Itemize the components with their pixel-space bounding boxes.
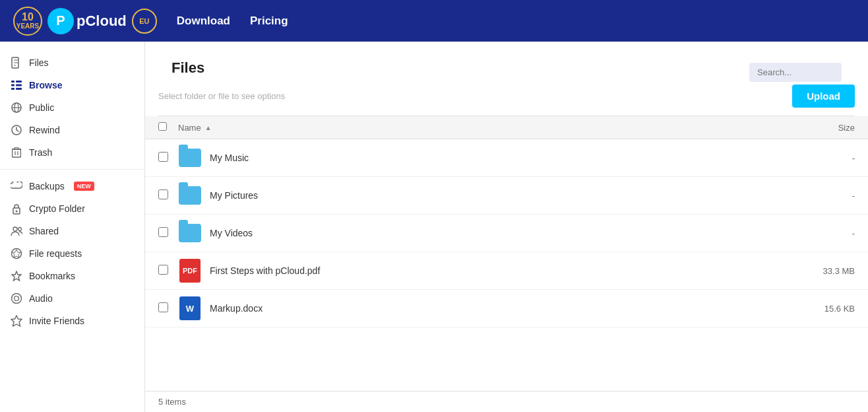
items-count: 5 items: [158, 397, 186, 407]
crypto-folder-icon: [11, 203, 22, 215]
folder-icon-my-videos: [178, 221, 202, 245]
search-container: [749, 63, 842, 82]
sidebar-label-public: Public: [29, 102, 54, 113]
sidebar: Files Browse Public Rewind Trash: [0, 42, 145, 412]
content-top: Files: [158, 52, 855, 85]
eu-badge: EU: [132, 9, 157, 34]
search-input[interactable]: [749, 63, 842, 82]
table-header: Name ▲ Size: [145, 116, 868, 139]
row-checkbox-cell: [158, 189, 178, 202]
shared-icon: [11, 225, 22, 237]
file-size-pdf: 33.3 MB: [776, 266, 855, 276]
svg-rect-2: [16, 81, 22, 83]
pdf-icon-container: PDF: [178, 259, 202, 283]
header-nav: Download Pricing: [177, 15, 288, 28]
file-size-my-music: -: [776, 153, 855, 163]
sidebar-label-shared: Shared: [29, 226, 59, 236]
row-checkbox-cell: [158, 152, 178, 164]
row-checkbox[interactable]: [158, 227, 168, 237]
pcloud-logo: P pCloud: [47, 8, 127, 34]
svg-point-18: [13, 227, 17, 231]
table-row[interactable]: My Videos -: [145, 215, 868, 252]
sidebar-item-invite-friends[interactable]: Invite Friends: [0, 310, 144, 332]
nav-pricing[interactable]: Pricing: [250, 15, 288, 28]
file-name-my-videos: My Videos: [210, 228, 776, 238]
audio-icon: [11, 292, 22, 304]
table-row[interactable]: W Markup.docx 15.6 KB: [145, 290, 868, 327]
toolbar-hint: Select folder or file to see options: [158, 91, 285, 101]
file-name-my-music: My Music: [210, 153, 776, 163]
file-size-my-videos: -: [776, 228, 855, 238]
svg-marker-25: [11, 316, 22, 326]
sidebar-label-file-requests: File requests: [29, 248, 82, 259]
row-checkbox[interactable]: [158, 152, 168, 162]
sidebar-label-invite-friends: Invite Friends: [29, 316, 84, 326]
file-name-my-pictures: My Pictures: [210, 190, 776, 201]
sidebar-item-public[interactable]: Public: [0, 96, 144, 119]
col-header-name: Name ▲: [178, 123, 776, 133]
trash-icon: [11, 147, 22, 158]
sidebar-item-files[interactable]: Files: [0, 52, 144, 74]
new-badge: NEW: [74, 182, 94, 191]
sidebar-item-shared[interactable]: Shared: [0, 220, 144, 242]
svg-rect-13: [15, 148, 18, 150]
folder-icon-my-pictures: [178, 184, 202, 207]
table-row[interactable]: My Music -: [145, 139, 868, 177]
svg-rect-4: [16, 85, 22, 86]
sidebar-label-backups: Backups: [29, 181, 65, 191]
row-checkbox-cell: [158, 302, 178, 315]
col-header-size: Size: [776, 123, 855, 133]
sidebar-label-browse: Browse: [29, 80, 63, 90]
docx-icon-container: W: [178, 296, 202, 320]
files-icon: [11, 57, 22, 69]
sidebar-item-crypto-folder[interactable]: Crypto Folder: [0, 197, 144, 220]
upload-button[interactable]: Upload: [792, 85, 855, 108]
file-size-docx: 15.6 KB: [776, 304, 855, 314]
file-size-my-pictures: -: [776, 191, 855, 201]
years-number: 10: [22, 12, 34, 22]
row-checkbox[interactable]: [158, 189, 168, 199]
sidebar-label-rewind: Rewind: [29, 125, 60, 135]
nav-download[interactable]: Download: [177, 15, 230, 28]
sidebar-label-trash: Trash: [29, 147, 52, 158]
sidebar-item-browse[interactable]: Browse: [0, 74, 144, 96]
public-icon: [11, 102, 22, 114]
row-checkbox[interactable]: [158, 265, 168, 275]
rewind-icon: [11, 124, 22, 136]
sidebar-item-rewind[interactable]: Rewind: [0, 119, 144, 141]
sidebar-item-audio[interactable]: Audio: [0, 287, 144, 310]
svg-marker-22: [12, 271, 21, 281]
table-row[interactable]: PDF First Steps with pCloud.pdf 33.3 MB: [145, 252, 868, 290]
file-requests-icon: [11, 248, 22, 259]
pdf-file-icon: PDF: [179, 259, 201, 283]
sort-arrow-icon: ▲: [205, 124, 212, 131]
sidebar-item-bookmarks[interactable]: Bookmarks: [0, 265, 144, 287]
file-table: Name ▲ Size My Music -: [145, 116, 868, 391]
svg-point-19: [18, 228, 22, 231]
content-header: Files Select folder or file to see optio…: [145, 42, 868, 116]
select-all-checkbox[interactable]: [158, 122, 167, 131]
folder-icon-my-music: [178, 146, 202, 170]
sidebar-divider: [0, 169, 144, 170]
header: 10 YEARS P pCloud EU Download Pricing: [0, 0, 868, 42]
main-layout: Files Browse Public Rewind Trash: [0, 42, 868, 412]
bookmarks-icon: [11, 270, 22, 282]
backups-icon: [11, 180, 22, 192]
svg-point-23: [12, 294, 22, 304]
svg-rect-1: [11, 81, 15, 83]
svg-rect-6: [16, 88, 22, 90]
sidebar-item-file-requests[interactable]: File requests: [0, 242, 144, 265]
sidebar-label-audio: Audio: [29, 293, 53, 304]
svg-rect-5: [11, 88, 15, 90]
row-checkbox[interactable]: [158, 302, 168, 312]
years-text: YEARS: [16, 22, 39, 30]
svg-point-17: [16, 211, 18, 213]
sidebar-item-backups[interactable]: Backups NEW: [0, 175, 144, 197]
sidebar-item-trash[interactable]: Trash: [0, 141, 144, 164]
pcloud-name: pCloud: [77, 13, 127, 30]
sidebar-label-crypto-folder: Crypto Folder: [29, 203, 85, 214]
logo: 10 YEARS P pCloud EU: [13, 7, 157, 36]
file-name-pdf: First Steps with pCloud.pdf: [210, 265, 776, 276]
table-row[interactable]: My Pictures -: [145, 177, 868, 215]
sidebar-label-bookmarks: Bookmarks: [29, 271, 75, 281]
